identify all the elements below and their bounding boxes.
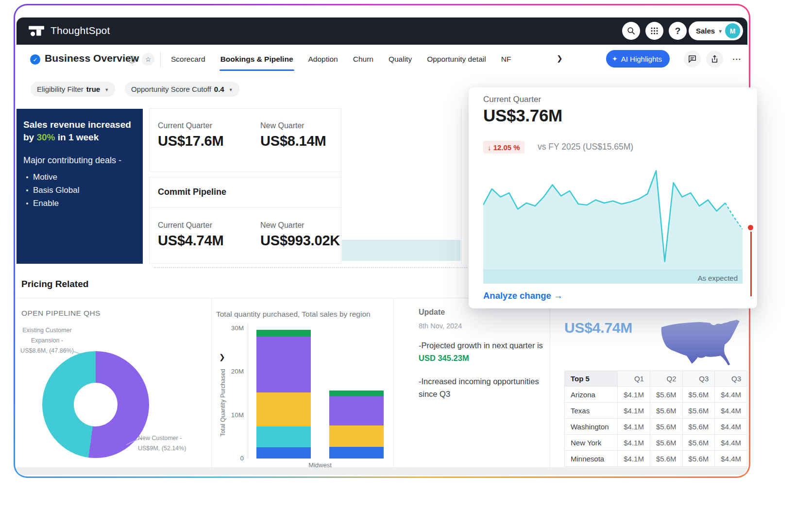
cell-value: $4.1M (618, 419, 650, 435)
as-expected-annotation: As expected (697, 274, 738, 282)
donut-hole (74, 383, 118, 426)
column-header-q3[interactable]: Q3 (682, 371, 715, 387)
cell-value: $4.4M (715, 435, 747, 451)
table-row-washington[interactable]: Washington$4.1M$5.6M$5.6M$4.4M (565, 419, 747, 435)
bar-cat1-segment-purple[interactable] (329, 396, 384, 425)
filter-chip-eligibility[interactable]: Eligibility Filter true ▼ (31, 82, 115, 97)
bar-midwest-segment-yellow[interactable] (256, 392, 311, 426)
help-button[interactable]: ? (669, 22, 687, 40)
deal-item-basis-global: Basis Global (23, 184, 135, 197)
insight-headline-highlight: 30% (36, 132, 55, 142)
tab-opportunity-detail[interactable]: Opportunity detail (427, 45, 486, 74)
update-panel-title: Update (419, 308, 445, 317)
donut-label-line: Existing Customer (17, 325, 77, 336)
cell-value: $4.1M (618, 435, 650, 451)
hidden-chart-band (342, 240, 460, 261)
table-row-new-york[interactable]: New York$4.1M$5.6M$5.6M$4.4M (565, 435, 747, 451)
bar-midwest-segment-purple[interactable] (256, 337, 311, 392)
ai-highlights-label: AI Highlights (621, 55, 662, 63)
cell-value: $4.1M (618, 387, 650, 403)
tab-quality[interactable]: Quality (389, 45, 412, 74)
comparison-text: vs FY 2025 (US$15.65M) (538, 142, 633, 152)
verified-badge-icon: ✓ (30, 54, 40, 65)
current-quarter-overlay-card: Current Quarter US$3.76M ↓ 12.05 % vs FY… (469, 87, 757, 308)
overlay-kpi-label: Current Quarter (483, 95, 541, 104)
divider (160, 51, 161, 67)
commit-pipeline-region-value: US$4.74M (564, 320, 632, 336)
cell-value: $5.6M (650, 387, 682, 403)
trend-area-chart[interactable] (483, 159, 743, 284)
update-line-projected-growth: -Projected growth in next quarter is USD… (419, 339, 544, 364)
search-button[interactable] (622, 22, 640, 40)
filter-value: true (86, 85, 100, 93)
section-title: Pricing Related (21, 279, 88, 289)
tab-churn[interactable]: Churn (353, 45, 373, 74)
apps-button[interactable] (645, 22, 663, 40)
bar-midwest-segment-blue[interactable] (256, 447, 311, 459)
filter-chip-opportunity-score[interactable]: Opportunity Score Cutoff 0.4 ▼ (125, 82, 239, 97)
filter-value: 0.4 (214, 85, 224, 93)
bar-cat1-segment-green[interactable] (329, 391, 384, 396)
column-header-q2[interactable]: Q2 (650, 371, 682, 387)
info-icon[interactable]: ⓘ (128, 55, 136, 65)
tab-scorecard[interactable]: Scorecard (171, 45, 205, 74)
comments-button[interactable] (684, 51, 701, 68)
overlay-kpi-value: US$3.76M (483, 106, 562, 125)
cell-value: $4.1M (618, 403, 650, 419)
tabs-scroll-chevron-icon[interactable]: ❯ (557, 54, 563, 63)
cell-value: $5.6M (682, 419, 715, 435)
brand-name: ThoughtSpot (51, 25, 110, 36)
bar-chart-y-axis (248, 323, 248, 459)
bar-cat1-segment-yellow[interactable] (329, 425, 384, 447)
update-line-opportunities: -Increased incoming opportunities since … (419, 375, 544, 400)
column-header-top-5[interactable]: Top 5 (565, 371, 618, 387)
table-row-minnesota[interactable]: Minnesota$4.1M$5.6M$5.6M$4.4M (565, 451, 747, 467)
bottom-scroll-strip[interactable] (17, 467, 747, 475)
top5-table[interactable]: Top 5Q1Q2Q3Q3Arizona$4.1M$5.6M$5.6M$4.4M… (564, 371, 747, 467)
y-tick: 10M (224, 411, 244, 419)
share-button[interactable] (706, 51, 723, 68)
chevron-down-icon: ▼ (104, 87, 109, 92)
cell-value: $5.6M (650, 435, 682, 451)
cell-value: $5.6M (682, 387, 715, 403)
column-header-q3[interactable]: Q3 (715, 371, 747, 387)
tab-nf[interactable]: NF (501, 45, 511, 74)
bar-cat1-segment-blue[interactable] (329, 447, 384, 459)
bar-midwest-segment-teal[interactable] (256, 426, 311, 447)
insight-headline: Sales revenue increased by 30% in 1 week (23, 119, 135, 144)
tab-adoption[interactable]: Adoption (308, 45, 338, 74)
more-options-button[interactable]: ⋯ (728, 51, 745, 68)
bar-midwest-segment-green[interactable] (256, 330, 311, 337)
favorite-star-icon[interactable]: ☆ (142, 53, 154, 66)
y-tick: 0 (224, 455, 244, 462)
stacked-bar-chart[interactable] (256, 324, 384, 459)
thoughtspot-logo-icon (28, 23, 45, 39)
table-row-texas[interactable]: Texas$4.1M$5.6M$5.6M$4.4M (565, 403, 747, 419)
tab-bookings-pipeline[interactable]: Bookings & Pipeline (220, 45, 293, 74)
page-title: Business Overview (45, 52, 139, 64)
filter-label: Eligibility Filter (37, 85, 84, 93)
update-line1-text: -Projected growth in next quarter is (419, 341, 543, 350)
sparkle-icon: ✦ (612, 55, 618, 63)
cell-value: $4.1M (618, 451, 650, 467)
cell-value: $5.6M (650, 451, 682, 467)
kpi-card-commit-pipeline: Commit Pipeline Current Quarter US$4.74M… (149, 177, 341, 264)
usa-map[interactable] (656, 318, 747, 366)
ai-highlights-button[interactable]: ✦ AI Highlights (606, 50, 670, 68)
table-header-row: Top 5Q1Q2Q3Q3 (565, 371, 747, 387)
cell-state-name: Minnesota (565, 451, 618, 467)
chevron-down-icon: ▼ (229, 87, 233, 92)
insight-subheading: Major contributing deals - (23, 155, 135, 166)
table-row-arizona[interactable]: Arizona$4.1M$5.6M$5.6M$4.4M (565, 387, 747, 403)
user-avatar[interactable]: M (725, 23, 740, 38)
cell-value: $5.6M (682, 435, 715, 451)
tab-bar: ScorecardBookings & PipelineAdoptionChur… (171, 45, 556, 74)
title-bar: ✓ Business Overview ⓘ ☆ ScorecardBooking… (17, 45, 747, 74)
workspace-switcher[interactable]: Sales ▼ M (689, 21, 743, 40)
kpi-label: Current Quarter (158, 221, 212, 230)
analyze-change-link[interactable]: Analyze change → (483, 290, 562, 301)
donut-label-line: New Customer - (138, 433, 186, 443)
column-header-q1[interactable]: Q1 (618, 371, 650, 387)
insight-deals-list: MotiveBasis GlobalEnable (23, 170, 135, 210)
cell-state-name: Arizona (565, 387, 618, 403)
